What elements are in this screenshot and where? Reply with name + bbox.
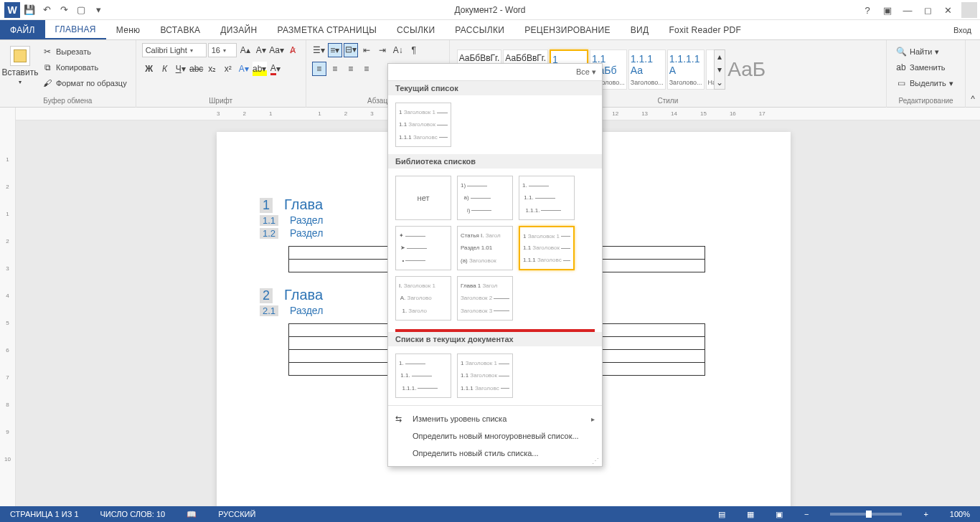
- redo-button[interactable]: ↷: [56, 2, 72, 18]
- heading-text[interactable]: Раздел: [290, 227, 323, 239]
- tab-view[interactable]: ВИД: [621, 20, 659, 39]
- cut-button[interactable]: ✂Вырезать: [39, 44, 130, 59]
- tab-references[interactable]: ССЫЛКИ: [387, 20, 445, 39]
- numbering-button[interactable]: ≡▾: [328, 43, 342, 57]
- ml-item-symbols[interactable]: ✦ ➤ •: [395, 226, 451, 270]
- heading-text[interactable]: Раздел: [290, 305, 323, 316]
- minimize-button[interactable]: —: [898, 2, 917, 18]
- tab-design[interactable]: ДИЗАЙН: [210, 20, 267, 39]
- ml-item-roman[interactable]: I. Заголовок 1 A. Заголово 1. Заголо: [395, 276, 451, 321]
- paste-button[interactable]: Вставить ▾: [6, 43, 34, 88]
- spellcheck-button[interactable]: 📖: [182, 506, 201, 522]
- superscript-button[interactable]: x²: [221, 62, 235, 76]
- align-right-button[interactable]: ≡: [344, 62, 358, 76]
- save-button[interactable]: 💾: [22, 2, 37, 18]
- tab-home[interactable]: ГЛАВНАЯ: [45, 20, 106, 39]
- decrease-indent-button[interactable]: ⇤: [359, 43, 374, 57]
- ml-current-item[interactable]: 1 Заголовок 1 1.1 Заголовок 1.1.1 Заголо…: [395, 103, 451, 147]
- zoom-in-button[interactable]: +: [919, 506, 932, 522]
- word-count[interactable]: ЧИСЛО СЛОВ: 10: [96, 506, 170, 522]
- bold-button[interactable]: Ж: [142, 62, 156, 76]
- ml-item-article[interactable]: Статья I. ЗаголРаздел 1.01(a) Заголовок: [457, 226, 513, 270]
- strike-button[interactable]: abc: [189, 62, 204, 76]
- styles-expand[interactable]: ⌄: [715, 76, 725, 89]
- tab-menu[interactable]: Меню: [106, 20, 151, 39]
- tab-insert[interactable]: ВСТАВКА: [150, 20, 210, 39]
- ml-item-chapter[interactable]: Глава 1 ЗаголЗаголовок 2Заголовок 3: [457, 276, 513, 321]
- text-effects-button[interactable]: A▾: [237, 62, 251, 76]
- help-button[interactable]: ?: [858, 2, 877, 18]
- style-item[interactable]: 1.1.1.1 АЗаголово...: [667, 49, 705, 90]
- font-color-button[interactable]: A▾: [268, 62, 283, 76]
- tab-mailings[interactable]: РАССЫЛКИ: [445, 20, 514, 39]
- font-size-combo[interactable]: 16▾: [208, 43, 237, 57]
- align-left-button[interactable]: ≡: [312, 62, 326, 76]
- tab-layout[interactable]: РАЗМЕТКА СТРАНИЦЫ: [267, 20, 387, 39]
- ml-change-level[interactable]: ⇆Изменить уровень списка▸: [388, 410, 602, 427]
- style-item[interactable]: 1.1.1 АаЗаголово...: [628, 49, 666, 90]
- user-avatar[interactable]: [961, 2, 977, 18]
- tab-file[interactable]: ФАЙЛ: [0, 20, 45, 39]
- find-icon: 🔍: [895, 46, 907, 57]
- ml-doc-item-1[interactable]: 1. 1.1. 1.1.1.: [395, 353, 451, 398]
- ml-item-heading-numbers[interactable]: 1 Заголовок 1 1.1 Заголовок 1.1.1 Заголо…: [519, 226, 575, 270]
- shrink-font-button[interactable]: A▾: [254, 43, 268, 57]
- maximize-button[interactable]: ◻: [918, 2, 937, 18]
- vertical-ruler: 1212345678910: [0, 108, 16, 506]
- ribbon-options-button[interactable]: ▣: [878, 2, 897, 18]
- increase-indent-button[interactable]: ⇥: [375, 43, 390, 57]
- font-name-combo[interactable]: Calibri Light▾: [142, 43, 207, 57]
- status-bar: СТРАНИЦА 1 ИЗ 1 ЧИСЛО СЛОВ: 10 📖 РУССКИЙ…: [0, 506, 980, 522]
- collapse-ribbon-button[interactable]: ^: [966, 40, 980, 107]
- group-font: Calibri Light▾ 16▾ A▴ A▾ Aa▾ A̷ Ж К Ч▾ a…: [136, 40, 306, 108]
- zoom-slider[interactable]: [830, 513, 902, 516]
- group-editing: 🔍Найти ▾ abЗаменить ▭Выделить ▾ Редактир…: [887, 40, 966, 108]
- ml-define-new-list[interactable]: Определить новый многоуровневый список..…: [388, 427, 602, 445]
- resize-grip[interactable]: ⋰: [592, 457, 599, 465]
- read-mode-button[interactable]: ▤: [714, 506, 730, 522]
- heading-text[interactable]: Глава: [284, 287, 323, 303]
- close-button[interactable]: ✕: [938, 2, 957, 18]
- undo-button[interactable]: ↶: [39, 2, 55, 18]
- select-button[interactable]: ▭Выделить ▾: [892, 76, 956, 90]
- grow-font-button[interactable]: A▴: [238, 43, 253, 57]
- web-layout-button[interactable]: ▣: [771, 506, 787, 522]
- tab-review[interactable]: РЕЦЕНЗИРОВАНИЕ: [514, 20, 621, 39]
- ml-define-new-style[interactable]: Определить новый стиль списка...: [388, 445, 602, 462]
- copy-button[interactable]: ⧉Копировать: [39, 60, 130, 75]
- style-item[interactable]: АаБНазвание: [706, 49, 714, 90]
- ml-doc-item-2[interactable]: 1 Заголовок 11.1 Заголовок1.1.1 Заголовс: [457, 353, 513, 398]
- styles-scroll-down[interactable]: ▾: [715, 63, 725, 76]
- language-button[interactable]: РУССКИЙ: [214, 506, 260, 522]
- clear-format-button[interactable]: A̷: [286, 43, 300, 57]
- qat-dropdown[interactable]: ▾: [90, 2, 106, 18]
- multilevel-button[interactable]: ⊟▾: [344, 43, 358, 57]
- align-center-button[interactable]: ≡: [328, 62, 342, 76]
- sort-button[interactable]: A↓: [391, 43, 405, 57]
- sign-in-link[interactable]: Вход: [945, 20, 980, 39]
- italic-button[interactable]: К: [158, 62, 172, 76]
- ml-all-dropdown[interactable]: Все ▾: [388, 64, 602, 81]
- ml-item-decimal[interactable]: 1. 1.1. 1.1.1.: [519, 176, 575, 220]
- underline-button[interactable]: Ч▾: [174, 62, 188, 76]
- justify-button[interactable]: ≡: [359, 62, 374, 76]
- new-doc-button[interactable]: ▢: [73, 2, 89, 18]
- styles-scroll-up[interactable]: ▴: [715, 50, 725, 63]
- heading-text[interactable]: Глава: [284, 196, 323, 213]
- subscript-button[interactable]: x₂: [205, 62, 220, 76]
- page-indicator[interactable]: СТРАНИЦА 1 ИЗ 1: [6, 506, 83, 522]
- print-layout-button[interactable]: ▦: [743, 506, 758, 522]
- tab-foxit[interactable]: Foxit Reader PDF: [659, 20, 751, 39]
- zoom-out-button[interactable]: −: [800, 506, 813, 522]
- bullets-button[interactable]: ☰▾: [312, 43, 326, 57]
- show-marks-button[interactable]: ¶: [407, 43, 421, 57]
- highlight-button[interactable]: ab▾: [253, 62, 267, 76]
- replace-button[interactable]: abЗаменить: [892, 60, 948, 75]
- find-button[interactable]: 🔍Найти ▾: [892, 44, 942, 59]
- ml-item-none[interactable]: нет: [395, 176, 451, 220]
- ml-item-1a-i[interactable]: 1) a) i): [457, 176, 513, 220]
- change-case-button[interactable]: Aa▾: [270, 43, 284, 57]
- heading-text[interactable]: Раздел: [290, 214, 323, 226]
- zoom-level[interactable]: 100%: [946, 506, 974, 522]
- format-painter-button[interactable]: 🖌Формат по образцу: [39, 76, 130, 90]
